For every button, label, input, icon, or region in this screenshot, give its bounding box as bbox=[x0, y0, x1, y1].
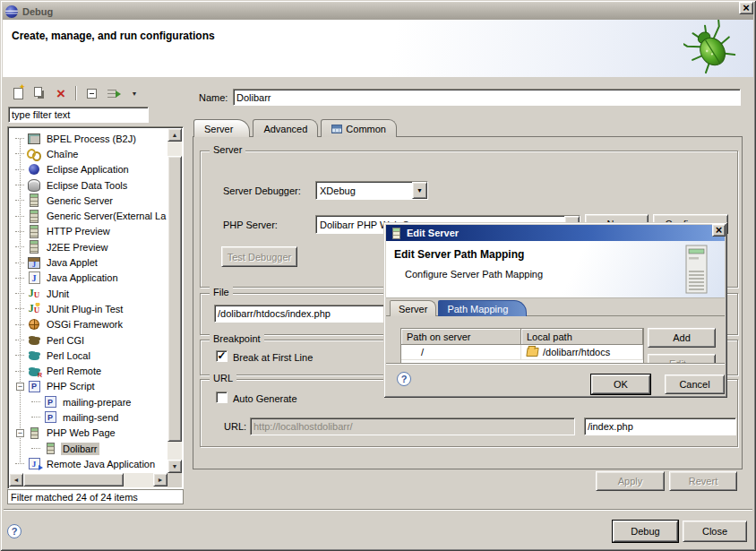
tree-connector bbox=[31, 401, 40, 402]
table-icon bbox=[331, 125, 342, 133]
name-input[interactable] bbox=[233, 89, 741, 106]
revert-button[interactable]: Revert bbox=[669, 471, 737, 491]
tree-item[interactable]: Eclipse Data Tools bbox=[10, 177, 167, 193]
tree-item-label: Eclipse Data Tools bbox=[45, 179, 129, 192]
tree-item[interactable]: HTTP Preview bbox=[10, 224, 167, 239]
scroll-left-icon[interactable]: ◄ bbox=[9, 473, 23, 486]
local-path-value: /dolibarr/htdocs bbox=[543, 347, 610, 357]
banner: Create, manage, and run configurations bbox=[3, 20, 753, 77]
type-filter-input[interactable] bbox=[8, 107, 149, 123]
url-path-input[interactable] bbox=[584, 418, 736, 435]
tab-server[interactable]: Server bbox=[193, 119, 250, 137]
window-titlebar[interactable]: Debug bbox=[3, 3, 753, 20]
dialog-tab-path-mapping[interactable]: Path Mapping bbox=[438, 300, 527, 316]
tree-connector bbox=[15, 355, 24, 356]
tree-item-label: Perl Remote bbox=[45, 365, 103, 377]
test-debugger-button[interactable]: Test Debugger bbox=[221, 246, 297, 267]
tree-item-label: Java Applet bbox=[45, 256, 99, 269]
sphere-icon bbox=[27, 163, 41, 176]
horizontal-scroll-thumb[interactable] bbox=[23, 473, 124, 486]
tree-connector bbox=[15, 278, 24, 279]
tree-item[interactable]: Generic Server(External La bbox=[10, 208, 167, 223]
vertical-scroll-thumb[interactable] bbox=[168, 156, 182, 442]
tree-item[interactable]: Java Application bbox=[10, 271, 167, 286]
tree-item[interactable]: Chaîne bbox=[10, 146, 167, 161]
tree-item-label: PHP Script bbox=[45, 380, 97, 392]
add-button[interactable]: Add bbox=[648, 328, 716, 348]
tree-item[interactable]: PHP Script bbox=[10, 379, 167, 394]
window-title: Debug bbox=[22, 6, 53, 17]
tree-item[interactable]: mailing-send bbox=[10, 409, 167, 425]
apply-button[interactable]: Apply bbox=[596, 471, 665, 491]
tree-item[interactable]: Perl CGI bbox=[10, 332, 167, 348]
duplicate-icon bbox=[34, 87, 42, 97]
bpel-icon bbox=[27, 133, 41, 145]
tree-item[interactable]: Eclipse Application bbox=[10, 162, 167, 177]
applet-icon bbox=[27, 256, 41, 269]
toolbar-menu-caret-icon[interactable] bbox=[125, 85, 143, 102]
tree-item[interactable]: mailing-prepare bbox=[10, 394, 167, 409]
tab-server-label: Server bbox=[204, 124, 233, 134]
tree-item[interactable]: Remote Java Application bbox=[10, 456, 167, 471]
break-first-line-checkbox[interactable] bbox=[216, 350, 228, 362]
column-path-on-server[interactable]: Path on server bbox=[401, 329, 521, 345]
edit-server-titlebar[interactable]: Edit Server bbox=[386, 225, 725, 241]
auto-generate-checkbox[interactable] bbox=[216, 392, 228, 403]
scroll-down-icon[interactable]: ▼ bbox=[168, 460, 182, 473]
server-icon bbox=[27, 241, 41, 254]
tree-item[interactable]: Perl Local bbox=[10, 348, 167, 363]
tree-connector bbox=[15, 200, 24, 201]
tab-common[interactable]: Common bbox=[321, 119, 397, 137]
tree-connector bbox=[15, 246, 24, 247]
tree-item[interactable]: Perl Remote bbox=[10, 363, 167, 378]
scroll-up-icon[interactable]: ▲ bbox=[168, 128, 182, 142]
column-local-path[interactable]: Local path bbox=[521, 329, 643, 345]
tree-connector bbox=[15, 340, 24, 340]
tree-item[interactable]: J2EE Preview bbox=[10, 239, 167, 254]
tree-connector bbox=[15, 371, 24, 372]
table-row[interactable]: / /dolibarr/htdocs bbox=[401, 345, 643, 360]
server-small-icon bbox=[27, 426, 41, 439]
tab-advanced[interactable]: Advanced bbox=[253, 119, 318, 137]
help-icon[interactable]: ? bbox=[7, 524, 21, 538]
tree-item-label: BPEL Process (B2J) bbox=[45, 133, 138, 145]
scroll-right-icon[interactable]: ► bbox=[153, 473, 168, 486]
server-debugger-select[interactable]: XDebug ▼ bbox=[315, 181, 428, 200]
tree-item[interactable]: Dolibarr bbox=[10, 441, 167, 456]
tree-item[interactable]: Generic Server bbox=[10, 193, 167, 208]
collapse-expander-icon[interactable] bbox=[16, 383, 24, 391]
tab-common-label: Common bbox=[346, 124, 386, 134]
tree-toolbar bbox=[9, 83, 143, 103]
new-configuration-button[interactable] bbox=[9, 85, 27, 102]
dialog-button-bar: ? OK Cancel bbox=[386, 363, 725, 395]
cancel-button[interactable]: Cancel bbox=[665, 375, 725, 394]
tree-item[interactable]: Java Applet bbox=[10, 254, 167, 270]
tree-item[interactable]: OSGi Framework bbox=[10, 317, 167, 332]
close-button[interactable]: Close bbox=[683, 521, 747, 542]
breakpoint-group-title: Breakpoint bbox=[210, 333, 264, 344]
tree-item[interactable]: JUnit Plug-in Test bbox=[10, 301, 167, 316]
tree-vertical-scrollbar[interactable]: ▲ ▼ bbox=[168, 128, 182, 473]
dialog-tab-server[interactable]: Server bbox=[390, 300, 436, 316]
delete-button[interactable] bbox=[52, 85, 70, 102]
duplicate-button[interactable] bbox=[30, 85, 48, 102]
filter-launch-button[interactable] bbox=[104, 85, 122, 102]
collapse-all-button[interactable] bbox=[82, 85, 100, 102]
chevron-down-icon[interactable]: ▼ bbox=[412, 182, 427, 199]
tree-connector bbox=[15, 216, 24, 217]
tree-horizontal-scrollbar[interactable]: ◄ ► bbox=[9, 473, 168, 487]
php-server-label: PHP Server: bbox=[223, 220, 278, 230]
tree-item[interactable]: JUnit bbox=[10, 286, 167, 301]
debug-button[interactable]: Debug bbox=[613, 521, 678, 542]
dialog-help-icon[interactable]: ? bbox=[397, 372, 411, 386]
tree-item[interactable]: BPEL Process (B2J) bbox=[10, 131, 167, 146]
collapse-expander-icon[interactable] bbox=[16, 429, 24, 437]
tree-item-label: Chaîne bbox=[45, 148, 80, 160]
junit-icon bbox=[27, 288, 41, 300]
ok-button[interactable]: OK bbox=[591, 375, 650, 394]
url-label: URL: bbox=[224, 421, 246, 432]
auto-generate-label: Auto Generate bbox=[233, 393, 297, 404]
window-close-icon[interactable] bbox=[739, 2, 753, 14]
dialog-close-icon[interactable] bbox=[712, 224, 726, 237]
tree-item[interactable]: PHP Web Page bbox=[10, 426, 167, 441]
